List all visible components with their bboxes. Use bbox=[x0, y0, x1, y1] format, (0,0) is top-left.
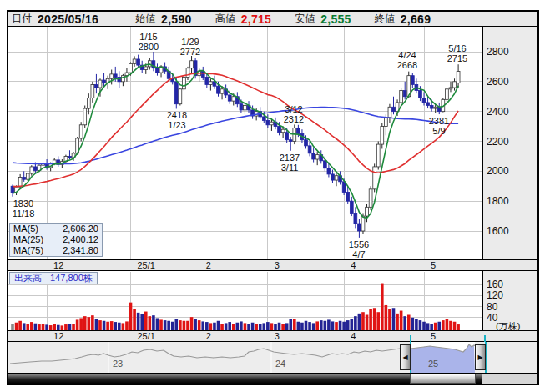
volume-bar bbox=[18, 321, 22, 330]
month-label: 3 bbox=[275, 331, 280, 341]
volume-bar bbox=[324, 321, 327, 330]
scrollbar-thumb[interactable] bbox=[410, 374, 476, 384]
candle-down bbox=[285, 133, 289, 140]
volume-bar bbox=[64, 324, 68, 330]
volume-bar bbox=[369, 309, 372, 330]
volume-label: 出来高 bbox=[14, 273, 42, 284]
volume-bar bbox=[457, 324, 460, 330]
navigator-canvas[interactable] bbox=[8, 342, 537, 374]
volume-bar bbox=[259, 324, 262, 330]
candle-down bbox=[331, 174, 335, 180]
candle-down bbox=[103, 80, 106, 83]
x-axis-strip-bottom: 1225/12345 bbox=[8, 330, 537, 342]
volume-bar bbox=[392, 308, 396, 330]
volume-bar bbox=[159, 319, 163, 330]
open-label: 始値 bbox=[135, 12, 155, 26]
volume-tick-label: 80 bbox=[487, 301, 497, 313]
volume-bar bbox=[430, 324, 433, 330]
volume-bar bbox=[244, 323, 247, 330]
scrollbar-corner bbox=[482, 374, 537, 384]
chart-annotation: 183011/18 bbox=[0, 199, 48, 219]
price-tick-label: 2600 bbox=[487, 76, 509, 88]
candle-up bbox=[366, 207, 369, 216]
candle-down bbox=[346, 192, 350, 201]
volume-bar bbox=[68, 324, 72, 330]
candle-down bbox=[228, 95, 231, 101]
volume-bar bbox=[262, 323, 265, 330]
navigator-right-arrow-button[interactable]: ▶ bbox=[475, 344, 486, 370]
volume-bar bbox=[30, 322, 33, 330]
candle-down bbox=[114, 74, 117, 78]
chart-annotation: 1/292772 bbox=[165, 37, 215, 57]
volume-bar bbox=[137, 313, 140, 330]
volume-bar bbox=[270, 323, 274, 330]
candle-up bbox=[446, 89, 449, 100]
volume-bar bbox=[183, 321, 186, 330]
high-value: 2,715 bbox=[241, 13, 272, 26]
candle-down bbox=[419, 91, 422, 98]
price-tick-label: 2200 bbox=[487, 136, 509, 148]
candle-down bbox=[156, 68, 159, 73]
candle-down bbox=[240, 104, 243, 110]
volume-bar bbox=[255, 324, 258, 330]
ma25-value: 2,400.12 bbox=[63, 234, 98, 245]
volume-bar bbox=[251, 323, 255, 330]
navigator-year-label: 25 bbox=[428, 359, 438, 369]
volume-bar bbox=[312, 323, 315, 330]
month-label: 2 bbox=[206, 260, 211, 270]
candle-up bbox=[26, 173, 29, 179]
candle-down bbox=[217, 86, 220, 93]
volume-bar bbox=[419, 320, 422, 330]
volume-bar bbox=[315, 321, 319, 330]
volume-bar bbox=[247, 324, 250, 330]
volume-bar bbox=[140, 314, 144, 330]
volume-bar bbox=[198, 320, 201, 330]
candle-up bbox=[232, 97, 235, 101]
chart-annotation: 4/242668 bbox=[382, 50, 432, 70]
ma5-label: MA(5) bbox=[13, 224, 38, 234]
volume-bar bbox=[278, 323, 281, 330]
candle-up bbox=[457, 71, 460, 83]
volume-bar bbox=[167, 321, 170, 330]
volume-bar bbox=[342, 322, 346, 330]
selection-tick-right bbox=[484, 335, 486, 342]
ma-legend: MA(5) 2,606.20 MA(25) 2,400.12 MA(75) 2,… bbox=[9, 223, 103, 257]
price-tick-label: 2800 bbox=[487, 46, 509, 58]
month-label: 5 bbox=[431, 331, 436, 341]
volume-bar bbox=[396, 314, 399, 330]
volume-bar bbox=[98, 320, 102, 330]
navigator-left-arrow-button[interactable]: ◀ bbox=[400, 344, 411, 370]
volume-bar bbox=[232, 324, 235, 330]
ma75-value: 2,341.80 bbox=[63, 245, 98, 256]
volume-bar bbox=[422, 322, 426, 330]
candle-down bbox=[422, 98, 426, 103]
volume-bar bbox=[305, 321, 308, 330]
volume-bar bbox=[354, 316, 357, 330]
chart-annotation: 5/162715 bbox=[432, 43, 482, 63]
volume-tick-label: 40 bbox=[487, 312, 497, 324]
volume-bar bbox=[133, 309, 136, 330]
volume-bar bbox=[186, 321, 189, 330]
chart-annotation: 24181/23 bbox=[152, 110, 202, 130]
candle-up bbox=[186, 68, 189, 78]
volume-bar bbox=[88, 317, 91, 330]
volume-bar bbox=[23, 323, 26, 330]
volume-bar bbox=[171, 322, 174, 330]
volume-bar bbox=[300, 323, 304, 330]
volume-bar bbox=[400, 311, 403, 330]
candle-up bbox=[98, 80, 102, 88]
ma25-row: MA(25) 2,400.12 bbox=[10, 234, 102, 245]
volume-bar bbox=[331, 321, 335, 330]
date-value: 2025/05/16 bbox=[38, 13, 98, 26]
volume-bar bbox=[179, 320, 182, 330]
candle-down bbox=[11, 186, 14, 193]
candle-down bbox=[354, 214, 357, 224]
volume-bar bbox=[114, 322, 117, 330]
volume-bar bbox=[442, 320, 445, 330]
volume-bar bbox=[205, 322, 209, 330]
volume-bar bbox=[220, 324, 224, 330]
volume-bar bbox=[125, 321, 129, 330]
open-value: 2,590 bbox=[161, 13, 192, 26]
volume-bar bbox=[453, 322, 457, 330]
low-value: 2,555 bbox=[320, 13, 351, 26]
